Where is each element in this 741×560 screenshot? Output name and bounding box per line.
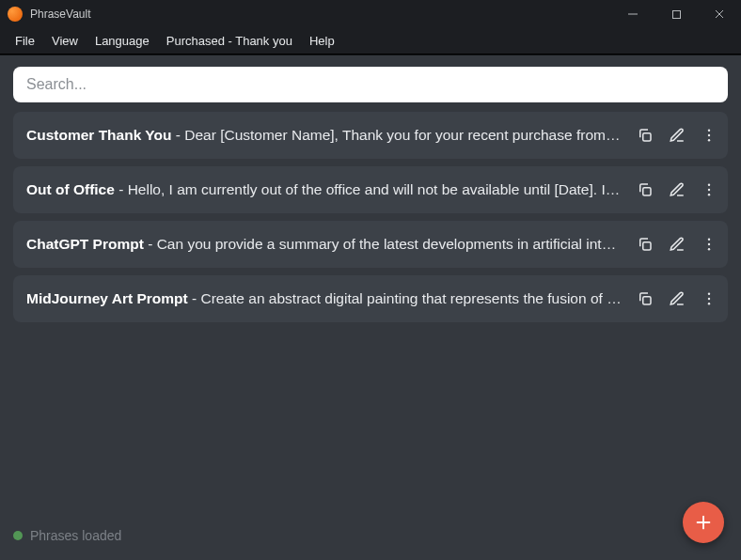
maximize-button[interactable]: [654, 0, 698, 28]
edit-button[interactable]: [668, 289, 686, 308]
phrase-separator: -: [188, 290, 201, 306]
phrase-actions: [623, 126, 718, 145]
phrase-list: Customer Thank You - Dear [Customer Name…: [0, 112, 741, 322]
phrase-row[interactable]: Out of Office - Hello, I am currently ou…: [13, 166, 728, 213]
search-wrap: [0, 55, 741, 112]
phrase-separator: -: [144, 236, 157, 252]
content-area: Customer Thank You - Dear [Customer Name…: [0, 54, 741, 560]
edit-icon: [669, 127, 686, 144]
phrase-body: Hello, I am currently out of the office …: [128, 181, 623, 197]
more-button[interactable]: [700, 180, 718, 199]
more-button[interactable]: [700, 289, 718, 308]
app-icon: [8, 7, 23, 22]
copy-icon: [637, 181, 654, 198]
edit-icon: [669, 181, 686, 198]
copy-icon: [637, 236, 654, 253]
add-phrase-button[interactable]: [683, 502, 724, 543]
phrase-row[interactable]: MidJourney Art Prompt - Create an abstra…: [13, 275, 728, 322]
more-vertical-icon: [701, 181, 717, 198]
svg-point-7: [708, 139, 710, 141]
svg-rect-8: [643, 188, 651, 195]
phrase-actions: [623, 180, 718, 199]
phrase-separator: -: [115, 181, 128, 197]
phrase-body: Create an abstract digital painting that…: [200, 290, 623, 306]
svg-point-18: [708, 298, 710, 300]
svg-point-13: [708, 239, 710, 241]
svg-point-19: [708, 303, 710, 304]
svg-point-9: [708, 184, 710, 186]
more-vertical-icon: [701, 236, 717, 253]
phrase-title: ChatGPT Prompt: [26, 236, 144, 252]
plus-icon: [693, 512, 714, 533]
phrase-row[interactable]: Customer Thank You - Dear [Customer Name…: [13, 112, 728, 159]
edit-button[interactable]: [668, 180, 686, 199]
window-controls: [611, 0, 741, 28]
status-text: Phrases loaded: [30, 528, 121, 543]
svg-rect-16: [643, 297, 651, 304]
phrase-body: Can you provide a summary of the latest …: [157, 236, 623, 252]
more-vertical-icon: [701, 127, 717, 144]
svg-rect-4: [643, 133, 651, 141]
phrase-text: Out of Office - Hello, I am currently ou…: [26, 181, 623, 198]
svg-point-14: [708, 243, 710, 245]
copy-button[interactable]: [636, 289, 654, 308]
phrase-title: Out of Office: [26, 181, 115, 197]
menubar: File View Language Purchased - Thank you…: [0, 28, 741, 54]
phrase-separator: -: [171, 127, 184, 143]
phrase-body: Dear [Customer Name], Thank you for your…: [184, 127, 623, 143]
menu-language[interactable]: Language: [87, 30, 157, 52]
svg-point-10: [708, 189, 710, 191]
edit-icon: [669, 290, 686, 307]
svg-point-11: [708, 194, 710, 195]
svg-point-5: [708, 130, 710, 132]
status-dot-icon: [13, 531, 23, 540]
phrase-text: MidJourney Art Prompt - Create an abstra…: [26, 290, 623, 307]
copy-button[interactable]: [636, 126, 654, 145]
more-button[interactable]: [700, 235, 718, 254]
copy-button[interactable]: [636, 180, 654, 199]
minimize-button[interactable]: [611, 0, 654, 28]
svg-point-6: [708, 134, 710, 136]
phrase-title: MidJourney Art Prompt: [26, 290, 188, 306]
phrase-text: ChatGPT Prompt - Can you provide a summa…: [26, 236, 623, 253]
copy-icon: [637, 127, 654, 144]
phrase-row[interactable]: ChatGPT Prompt - Can you provide a summa…: [13, 221, 728, 268]
edit-icon: [669, 236, 686, 253]
more-button[interactable]: [700, 126, 718, 145]
edit-button[interactable]: [668, 235, 686, 254]
menu-file[interactable]: File: [8, 30, 42, 52]
edit-button[interactable]: [668, 126, 686, 145]
status-bar: Phrases loaded: [13, 528, 121, 543]
phrase-actions: [623, 235, 718, 254]
more-vertical-icon: [701, 290, 717, 307]
menu-view[interactable]: View: [44, 30, 86, 52]
svg-point-17: [708, 293, 710, 295]
search-input[interactable]: [13, 67, 728, 102]
titlebar: PhraseVault: [0, 0, 741, 28]
copy-button[interactable]: [636, 235, 654, 254]
phrase-title: Customer Thank You: [26, 127, 171, 143]
copy-icon: [637, 290, 654, 307]
menu-help[interactable]: Help: [302, 30, 342, 52]
close-button[interactable]: [698, 0, 741, 28]
phrase-actions: [623, 289, 718, 308]
phrase-text: Customer Thank You - Dear [Customer Name…: [26, 127, 623, 144]
svg-rect-1: [672, 10, 680, 18]
app-title: PhraseVault: [30, 8, 90, 21]
menu-purchased[interactable]: Purchased - Thank you: [159, 30, 300, 52]
svg-rect-12: [643, 242, 651, 250]
svg-point-15: [708, 248, 710, 250]
